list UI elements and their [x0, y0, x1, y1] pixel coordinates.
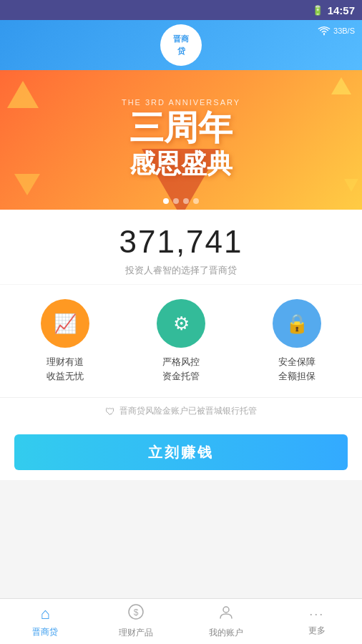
feature-security-icon-circle: 🔒 [273, 299, 321, 348]
tab-home-label: 晋商贷 [32, 626, 58, 638]
account-icon [218, 604, 234, 624]
tab-account[interactable]: 我的账户 [181, 599, 272, 644]
banner-dot-3[interactable] [183, 198, 189, 204]
banner-triangle-topleft [7, 81, 39, 108]
wifi-icon [318, 26, 331, 36]
stats-section: 371,741 投资人睿智的选择了晋商贷 [0, 210, 362, 284]
banner-dot-1[interactable] [163, 198, 169, 204]
investor-count: 371,741 [0, 224, 362, 260]
feature-risk-control: ⚙ 严格风控 资金托管 [131, 299, 231, 383]
home-icon: ⌂ [41, 605, 50, 623]
shield-icon: 🛡 [105, 406, 115, 417]
banner-anniversary-text: THE 3RD ANNIVERSARY [122, 98, 240, 107]
logo-text-top: 晋商 [173, 34, 189, 44]
header: 晋商 贷 33B/S [0, 20, 362, 70]
feature-finance-label: 理财有道 收益无忧 [47, 355, 84, 383]
speed-indicator: 33B/S [333, 26, 355, 35]
banner-dot-2[interactable] [173, 198, 179, 204]
status-bar: 🔋 14:57 [0, 0, 362, 20]
banner-triangle-bottomright [344, 179, 358, 192]
trust-text: 晋商贷风险金账户已被晋城银行托管 [119, 405, 257, 417]
tab-bar: ⌂ 晋商贷 $ 理财产品 我的账户 ··· 更多 [0, 598, 362, 644]
tab-home[interactable]: ⌂ 晋商贷 [0, 599, 91, 644]
tab-account-label: 我的账户 [209, 627, 243, 639]
header-right: 33B/S [318, 26, 355, 36]
stats-subtitle: 投资人睿智的选择了晋商贷 [0, 264, 362, 277]
banner[interactable]: THE 3RD ANNIVERSARY 三周年 感恩盛典 [0, 70, 362, 210]
tab-products-label: 理财产品 [119, 627, 153, 639]
banner-main-line2: 感恩盛典 [122, 147, 240, 182]
tab-more[interactable]: ··· 更多 [272, 599, 363, 644]
feature-risk-icon-circle: ⚙ [157, 299, 205, 348]
cta-button[interactable]: 立刻赚钱 [14, 434, 348, 470]
battery-icon: 🔋 [312, 5, 323, 16]
banner-triangle-bottomleft [14, 174, 40, 195]
tab-more-label: 更多 [308, 625, 326, 637]
svg-text:$: $ [133, 608, 138, 618]
cta-section: 立刻赚钱 [0, 424, 362, 480]
banner-triangle-topright [331, 77, 351, 94]
banner-dot-4[interactable] [193, 198, 199, 204]
banner-dots[interactable] [163, 198, 199, 204]
risk-control-icon: ⚙ [173, 313, 190, 335]
logo: 晋商 贷 [160, 24, 202, 66]
banner-main-line1: 三周年 [122, 109, 240, 147]
products-icon: $ [128, 604, 144, 624]
logo-text-bot: 贷 [177, 46, 185, 57]
more-dots-icon: ··· [309, 607, 324, 622]
security-lock-icon: 🔒 [285, 313, 308, 335]
tab-products[interactable]: $ 理财产品 [91, 599, 182, 644]
svg-point-2 [223, 607, 229, 613]
feature-finance: 📈 理财有道 收益无忧 [15, 299, 115, 383]
features-row: 📈 理财有道 收益无忧 ⚙ 严格风控 资金托管 🔒 安全保障 全额担保 [0, 285, 362, 397]
time-display: 14:57 [328, 4, 355, 16]
feature-security: 🔒 安全保障 全额担保 [247, 299, 347, 383]
feature-risk-label: 严格风控 资金托管 [162, 355, 200, 383]
banner-content: THE 3RD ANNIVERSARY 三周年 感恩盛典 [122, 98, 240, 182]
feature-finance-icon-circle: 📈 [41, 299, 89, 348]
feature-security-label: 安全保障 全额担保 [278, 355, 315, 383]
finance-chart-icon: 📈 [54, 313, 77, 335]
trust-notice: 🛡 晋商贷风险金账户已被晋城银行托管 [0, 397, 362, 424]
